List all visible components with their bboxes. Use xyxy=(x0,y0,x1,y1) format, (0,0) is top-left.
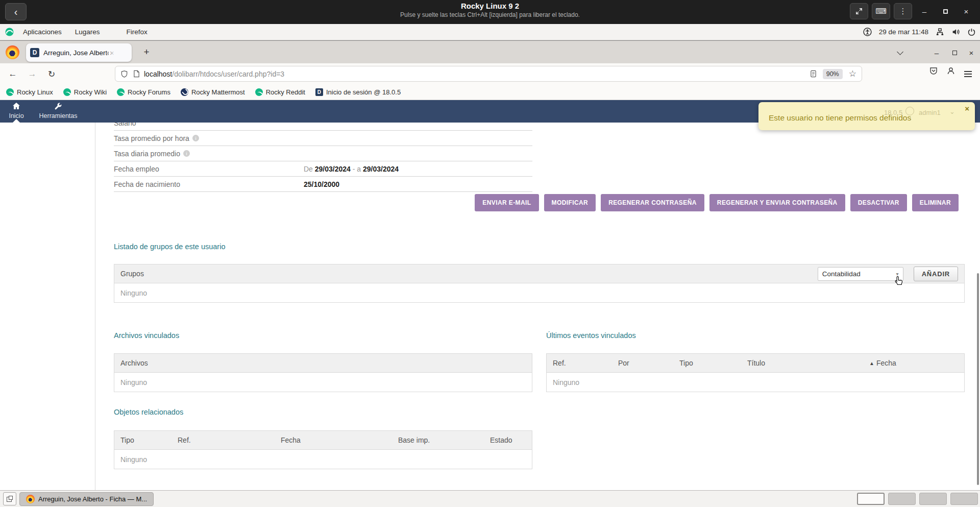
taskbar-window-button[interactable]: Arreguin, Jose Alberto - Ficha — M... xyxy=(19,492,154,506)
bookmark-label: Rocky Mattermost xyxy=(191,88,245,96)
gnome-menus: Aplicaciones Lugares Firefox xyxy=(0,28,152,36)
reload-button[interactable]: ↻ xyxy=(44,66,59,82)
events-column-date[interactable]: ▲Fecha xyxy=(866,359,964,367)
menu-button[interactable] xyxy=(964,69,972,79)
bookmark-rocky-linux[interactable]: Rocky Linux xyxy=(6,88,53,96)
vm-minimize-button[interactable]: – xyxy=(916,3,933,19)
active-app-menu[interactable]: Firefox xyxy=(122,28,152,36)
deactivate-button[interactable]: DESACTIVAR xyxy=(850,194,907,211)
bookmark-dolibarr-login[interactable]: DInicio de sesión @ 18.0.5 xyxy=(315,88,401,96)
bookmark-star-icon[interactable]: ☆ xyxy=(849,68,856,79)
workspace-3[interactable] xyxy=(919,493,947,505)
tab-list-dropdown-button[interactable] xyxy=(892,46,908,59)
date-to-label: - a xyxy=(353,165,361,173)
forward-button[interactable]: → xyxy=(24,66,40,82)
show-desktop-button[interactable] xyxy=(3,492,16,505)
clock[interactable]: 29 de mar 11:48 xyxy=(879,28,928,36)
browser-close-button[interactable]: × xyxy=(964,46,979,59)
keyboard-icon: ⌨ xyxy=(875,7,887,16)
field-value: De 29/03/2024 - a 29/03/2024 xyxy=(304,165,399,173)
delete-button[interactable]: ELIMINAR xyxy=(912,194,959,211)
new-tab-button[interactable]: + xyxy=(139,45,154,59)
tab-strip: D Arreguin, Jose Alberto - Fi × + – × xyxy=(0,40,980,63)
vm-close-button[interactable]: × xyxy=(958,3,975,19)
groups-section-title: Listado de grupos de este usuario xyxy=(114,243,980,251)
pocket-button[interactable] xyxy=(929,66,938,76)
regenerate-password-button[interactable]: REGENERAR CONTRASEÑA xyxy=(601,194,704,211)
bookmark-rocky-wiki[interactable]: Rocky Wiki xyxy=(63,88,107,96)
vm-maximize-button[interactable] xyxy=(937,3,954,19)
vm-fullscreen-button[interactable] xyxy=(850,3,868,19)
info-icon[interactable]: i xyxy=(192,135,199,141)
account-button[interactable] xyxy=(946,66,955,76)
events-column-by[interactable]: Por xyxy=(612,359,673,367)
field-value: 25/10/2000 xyxy=(304,180,339,188)
vm-menu-button[interactable]: ⋮ xyxy=(894,3,912,19)
dolibarr-left-menu xyxy=(0,123,95,490)
account-icon xyxy=(946,66,955,76)
menu-item-home[interactable]: Inicio xyxy=(4,102,29,119)
url-bar[interactable]: localhost/dolibarr/htdocs/user/card.php?… xyxy=(115,66,862,82)
groups-column-header: Grupos xyxy=(120,270,144,278)
places-menu[interactable]: Lugares xyxy=(71,28,104,36)
info-icon[interactable]: i xyxy=(183,150,190,157)
kebab-menu-icon: ⋮ xyxy=(899,7,907,16)
files-column-header: Archivos xyxy=(114,359,148,367)
zoom-level-badge[interactable]: 90% xyxy=(823,69,843,79)
send-email-button[interactable]: ENVIAR E-MAIL xyxy=(475,194,538,211)
group-select[interactable]: Contabilidad ▾ xyxy=(818,267,903,281)
desktop-taskbar: Arreguin, Jose Alberto - Ficha — M... xyxy=(0,490,980,507)
taskbar-window-title: Arreguin, Jose Alberto - Ficha — M... xyxy=(38,495,147,503)
rocky-logo-icon xyxy=(5,28,14,36)
chevron-down-icon xyxy=(897,49,903,55)
events-column-ref[interactable]: Ref. xyxy=(547,359,612,367)
toast-message: Este usuario no tiene permisos definidos xyxy=(769,113,911,123)
vm-keyboard-button[interactable]: ⌨ xyxy=(872,3,890,19)
field-label: Fecha de nacimiento xyxy=(114,180,304,188)
bookmark-rocky-reddit[interactable]: Rocky Reddit xyxy=(255,88,305,96)
ghost-username: admin1 xyxy=(919,109,941,116)
shield-icon[interactable] xyxy=(120,70,128,78)
browser-minimize-button[interactable]: – xyxy=(929,46,944,59)
pocket-icon xyxy=(929,66,938,76)
maximize-icon xyxy=(952,51,957,55)
power-icon[interactable] xyxy=(967,28,976,36)
navigation-toolbar: ← → ↻ localhost/dolibarr/htdocs/user/car… xyxy=(0,63,980,84)
events-column-title[interactable]: Título xyxy=(741,359,866,367)
workspace-2[interactable] xyxy=(888,493,916,505)
workspace-switcher xyxy=(857,493,978,505)
related-table-header: Tipo Ref. Fecha Base imp. Estado xyxy=(114,431,532,450)
events-table-header: Ref. Por Tipo Título ▲Fecha xyxy=(547,354,964,373)
bookmark-rocky-mattermost[interactable]: Rocky Mattermost xyxy=(181,88,245,96)
home-icon xyxy=(12,102,20,110)
events-column-type[interactable]: Tipo xyxy=(673,359,741,367)
gnome-topbar: Aplicaciones Lugares Firefox 29 de mar 1… xyxy=(0,24,980,40)
reader-mode-icon[interactable] xyxy=(810,70,817,78)
volume-icon[interactable] xyxy=(951,28,960,36)
page-scrollbar[interactable] xyxy=(977,273,979,485)
workspace-1[interactable] xyxy=(857,493,885,505)
applications-menu[interactable]: Aplicaciones xyxy=(19,28,66,36)
menu-item-tools[interactable]: Herramientas xyxy=(35,102,82,119)
modify-button[interactable]: MODIFICAR xyxy=(544,194,596,211)
related-empty-row: Ninguno xyxy=(114,450,532,469)
toast-close-button[interactable]: × xyxy=(965,104,969,113)
add-group-button[interactable]: AÑADIR xyxy=(914,267,958,281)
firefox-logo-icon[interactable] xyxy=(6,45,19,59)
back-button[interactable]: ← xyxy=(5,66,20,82)
bookmark-rocky-forums[interactable]: Rocky Forums xyxy=(117,88,170,96)
browser-tab[interactable]: D Arreguin, Jose Alberto - Fi × xyxy=(26,43,132,62)
active-menu-pointer xyxy=(13,119,20,123)
related-column-status: Estado xyxy=(484,436,532,444)
site-info-icon[interactable] xyxy=(133,70,140,78)
bookmark-label: Inicio de sesión @ 18.0.5 xyxy=(326,88,401,96)
network-icon[interactable] xyxy=(936,28,944,36)
ghost-caret-icon: ⌄ xyxy=(949,108,955,115)
bookmark-label: Rocky Reddit xyxy=(266,88,305,96)
groups-table-header: Grupos Contabilidad ▾ AÑADIR xyxy=(114,264,964,283)
rocky-icon xyxy=(117,88,125,96)
accessibility-icon[interactable] xyxy=(863,28,872,36)
regenerate-and-send-password-button[interactable]: REGENERAR Y ENVIAR CONTRASEÑA xyxy=(709,194,845,211)
browser-maximize-button[interactable] xyxy=(947,46,962,59)
workspace-4[interactable] xyxy=(950,493,978,505)
